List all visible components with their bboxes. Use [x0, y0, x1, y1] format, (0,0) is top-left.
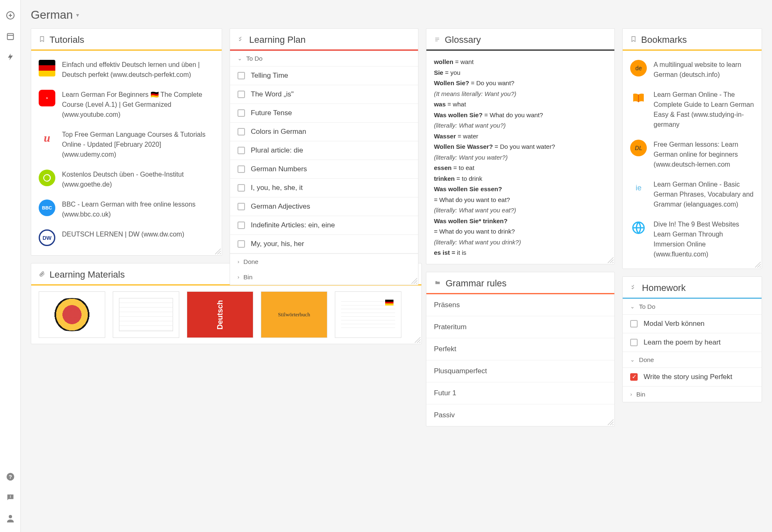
grammar-title: Grammar rules: [445, 278, 507, 289]
checkbox[interactable]: [238, 203, 245, 210]
left-sidebar: ? !: [0, 0, 21, 532]
checkbox[interactable]: [238, 184, 245, 192]
help-icon[interactable]: ?: [5, 471, 16, 482]
section-bin[interactable]: › Bin: [230, 269, 418, 285]
page-title[interactable]: German: [31, 8, 73, 22]
account-icon[interactable]: [5, 513, 16, 524]
attachment-icon: [39, 270, 45, 280]
material-thumbnail[interactable]: [335, 291, 401, 338]
udemy-icon: u: [39, 130, 55, 146]
material-thumbnail[interactable]: Stilwörterbuch: [261, 291, 327, 338]
grammar-item[interactable]: Prateritum: [426, 316, 614, 338]
section-done[interactable]: ⌄ Done: [623, 352, 762, 367]
task-item[interactable]: I, you, he, she, it: [230, 178, 418, 197]
bookmarks-title: Bookmarks: [641, 34, 687, 45]
task-item[interactable]: My, your, his, her: [230, 234, 418, 254]
homework-card: Homework ⌄ To Do Modal Verb können Learn…: [622, 276, 762, 402]
svg-text:?: ?: [9, 474, 12, 480]
grammar-item[interactable]: Präsens: [426, 294, 614, 316]
globe-icon: [630, 219, 647, 236]
task-item[interactable]: Modal Verb können: [623, 314, 762, 333]
task-item[interactable]: Plural article: die: [230, 141, 418, 160]
learning-plan-card: Learning Plan ⌄ To Do Telling TimeThe Wo…: [230, 28, 418, 285]
checkbox[interactable]: [238, 128, 245, 135]
section-bin[interactable]: › Bin: [623, 386, 762, 402]
checkbox-checked[interactable]: [630, 373, 638, 381]
material-thumbnail[interactable]: [39, 291, 105, 338]
checkbox[interactable]: [238, 109, 245, 117]
grammar-card: Grammar rules PräsensPrateritumPerfektPl…: [426, 272, 615, 426]
calendar-icon[interactable]: [5, 31, 16, 42]
grammar-item[interactable]: Futur 1: [426, 382, 614, 404]
tutorial-item[interactable]: DW DEUTSCH LERNEN | DW (www.dw.com): [31, 224, 222, 251]
checklist-icon: [630, 284, 638, 293]
checklist-icon: [238, 36, 245, 44]
grammar-item[interactable]: Perfekt: [426, 338, 614, 360]
goethe-icon: [39, 170, 55, 186]
task-item[interactable]: Indefinite Articles: ein, eine: [230, 216, 418, 234]
task-item[interactable]: German Numbers: [230, 160, 418, 178]
main-content: German ▾ Tutorials Ei: [21, 0, 772, 532]
glossary-title: Glossary: [445, 34, 481, 45]
section-todo[interactable]: ⌄ To Do: [623, 299, 762, 314]
germany-flag-icon: [39, 60, 55, 76]
task-item[interactable]: Telling Time: [230, 66, 418, 85]
bbc-icon: BBC: [39, 200, 55, 216]
bookmark-item[interactable]: ie Learn German Online - Basic German Ph…: [623, 175, 762, 214]
folder-icon: [434, 279, 441, 288]
svg-point-8: [9, 515, 12, 518]
tutorial-item[interactable]: Learn German For Beginners 🇩🇪 The Comple…: [31, 85, 222, 125]
checkbox[interactable]: [238, 91, 245, 98]
task-item[interactable]: Write the story using Perfekt: [623, 367, 762, 386]
add-icon[interactable]: [5, 10, 16, 21]
task-item[interactable]: The Word „is": [230, 85, 418, 103]
bookmark-item[interactable]: de A multilingual website to learn Germa…: [623, 55, 762, 85]
tutorial-item[interactable]: Einfach und effektiv Deutsch lernen und …: [31, 55, 222, 85]
checkbox[interactable]: [630, 339, 638, 346]
book-icon: [630, 90, 647, 106]
glossary-content: wollen = wantSie = youWollen Sie? = Do y…: [426, 51, 614, 264]
task-item[interactable]: Learn the poem by heart: [623, 333, 762, 352]
section-todo[interactable]: ⌄ To Do: [230, 51, 418, 66]
checkbox[interactable]: [630, 320, 638, 328]
bookmark-item[interactable]: DL Free German lessons: Learn German onl…: [623, 135, 762, 175]
bookmark-item[interactable]: Learn German Online - The Complete Guide…: [623, 85, 762, 135]
bookmark-item[interactable]: Dive In! The 9 Best Websites Learn Germa…: [623, 214, 762, 264]
chevron-down-icon: ⌄: [630, 303, 635, 310]
grammar-item[interactable]: Plusquamperfect: [426, 360, 614, 382]
glossary-card: Glossary wollen = wantSie = youWollen Si…: [426, 28, 615, 264]
learning-plan-title: Learning Plan: [249, 34, 306, 45]
tutorial-item[interactable]: Kostenlos Deutsch üben - Goethe-Institut…: [31, 165, 222, 195]
site-icon: DL: [630, 140, 647, 156]
site-icon: ie: [630, 180, 647, 196]
svg-rect-3: [7, 34, 13, 40]
task-item[interactable]: Future Tense: [230, 103, 418, 122]
checkbox[interactable]: [238, 72, 245, 79]
material-thumbnail[interactable]: Deutsch: [187, 291, 253, 338]
materials-title: Learning Materials: [49, 269, 125, 280]
dw-icon: DW: [39, 229, 55, 246]
checkbox[interactable]: [238, 240, 245, 248]
bookmark-icon: [630, 35, 637, 45]
task-item[interactable]: German Adjectives: [230, 197, 418, 216]
bolt-icon[interactable]: [5, 52, 16, 62]
task-item[interactable]: Colors in German: [230, 122, 418, 141]
material-thumbnail[interactable]: [113, 291, 179, 338]
site-icon: de: [630, 60, 647, 76]
tutorial-item[interactable]: BBC BBC - Learn German with free online …: [31, 195, 222, 224]
checkbox[interactable]: [238, 222, 245, 229]
grammar-item[interactable]: Passiv: [426, 404, 614, 426]
chevron-down-icon: ⌄: [238, 55, 242, 62]
homework-title: Homework: [642, 283, 685, 293]
checkbox[interactable]: [238, 165, 245, 173]
tutorials-title: Tutorials: [49, 34, 84, 45]
checkbox[interactable]: [238, 147, 245, 154]
page-title-dropdown-icon[interactable]: ▾: [76, 12, 79, 18]
note-icon: [434, 36, 440, 44]
bookmarks-card: Bookmarks de A multilingual website to l…: [622, 28, 762, 269]
feedback-icon[interactable]: !: [5, 492, 16, 503]
bookmark-icon: [39, 35, 45, 45]
chevron-down-icon: ⌄: [630, 357, 635, 363]
tutorial-item[interactable]: u Top Free German Language Courses & Tut…: [31, 125, 222, 165]
section-done[interactable]: › Done: [230, 254, 418, 269]
